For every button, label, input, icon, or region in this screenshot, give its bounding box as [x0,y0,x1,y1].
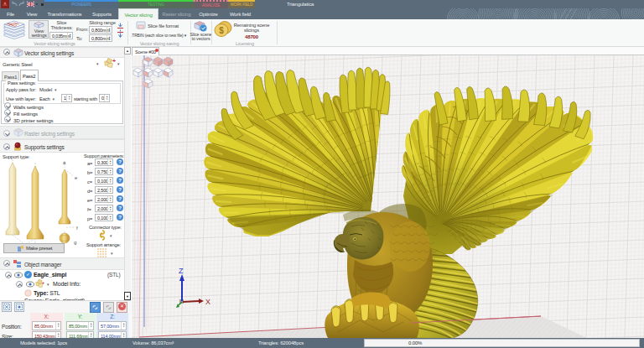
svg-text:g: g [74,240,76,245]
svg-text:X: X [205,298,210,306]
svg-text:e: e [75,175,78,180]
svg-text:Z: Z [179,267,184,275]
svg-text:+: + [112,58,116,64]
svg-text:f: f [76,226,78,231]
svg-text:$: $ [219,26,224,35]
svg-text:a: a [63,160,66,165]
svg-text:+: + [42,280,45,285]
